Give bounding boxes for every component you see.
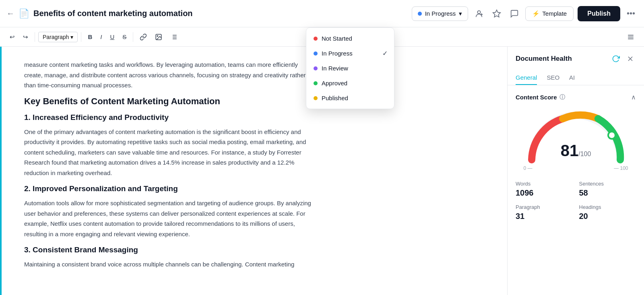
hamburger-menu-button[interactable]: [624, 31, 638, 43]
publish-label: Publish: [587, 10, 611, 17]
gauge-container: 81/100 0 — — 100: [516, 107, 636, 171]
svg-point-0: [478, 10, 481, 13]
redo-icon: ↪: [23, 33, 28, 41]
back-button[interactable]: ←: [6, 9, 14, 18]
panel-tabs: General SEO AI: [508, 71, 644, 85]
section3-paragraph: Maintaining a consistent brand voice acr…: [24, 259, 314, 270]
tab-general[interactable]: General: [516, 71, 537, 85]
section1-heading: 1. Increased Efficiency and Productivity: [24, 113, 314, 122]
paragraph-value: 31: [516, 212, 573, 221]
tab-seo[interactable]: SEO: [547, 71, 559, 85]
status-dropdown: Not Started In Progress ✓ In Review Appr…: [306, 27, 394, 109]
gauge-needle: [608, 132, 615, 139]
content-score-label: Content Score ⓘ: [516, 94, 565, 101]
redo-button[interactable]: ↪: [20, 31, 31, 43]
sentences-value: 58: [579, 188, 636, 198]
strikethrough-button[interactable]: S: [119, 31, 130, 43]
publish-button[interactable]: Publish: [578, 6, 620, 21]
svg-marker-3: [493, 10, 500, 17]
italic-icon: I: [100, 33, 102, 40]
content-score-text: Content Score: [516, 94, 557, 101]
stats-grid: Words 1096 Sentences 58 Paragraph 31 Hea…: [516, 181, 636, 221]
panel-body: Content Score ⓘ ∧: [508, 85, 644, 295]
approved-dot: [314, 81, 318, 85]
header-right: In Progress ▾ ⚡ Template Publish •••: [412, 6, 638, 21]
approved-label: Approved: [322, 80, 347, 87]
tab-ai[interactable]: AI: [569, 71, 575, 85]
status-option-published[interactable]: Published: [306, 91, 394, 105]
right-panel: Document Health General SEO AI Content S…: [507, 47, 644, 295]
section1-paragraph: One of the primary advantages of content…: [24, 127, 314, 178]
intro-paragraph: measure content marketing tasks and work…: [24, 60, 314, 91]
score-number: 81: [561, 142, 579, 159]
sentences-label: Sentences: [579, 181, 636, 187]
comment-button[interactable]: [508, 7, 521, 21]
section2-paragraph: Automation tools allow for more sophisti…: [24, 198, 314, 239]
words-label: Words: [516, 181, 573, 187]
strikethrough-icon: S: [122, 33, 126, 40]
section2-heading: 2. Improved Personalization and Targetin…: [24, 184, 314, 193]
in-review-label: In Review: [322, 65, 348, 72]
document-title: Benefits of content marketing automation: [33, 9, 193, 18]
toolbar-divider-2: [81, 32, 81, 42]
italic-button[interactable]: I: [97, 31, 105, 43]
paragraph-style-select[interactable]: Paragraph ▾: [38, 32, 78, 42]
status-dot: [418, 12, 422, 16]
underline-button[interactable]: U: [107, 31, 118, 43]
status-option-not-started[interactable]: Not Started: [306, 31, 394, 46]
paragraph-label: Paragraph: [43, 34, 69, 40]
editor-content: measure content marketing tasks and work…: [24, 60, 314, 270]
toolbar-divider-3: [133, 32, 133, 42]
chevron-up-icon[interactable]: ∧: [631, 93, 636, 101]
published-dot: [314, 96, 318, 100]
chevron-down-icon: ▾: [459, 10, 462, 17]
lightning-icon: ⚡: [532, 10, 540, 17]
status-option-approved[interactable]: Approved: [306, 76, 394, 91]
check-icon: ✓: [382, 50, 388, 57]
status-option-in-progress[interactable]: In Progress ✓: [306, 46, 394, 61]
link-button[interactable]: [136, 31, 150, 43]
status-dropdown-button[interactable]: In Progress ▾: [412, 6, 469, 21]
header-left: ← 📄 Benefits of content marketing automa…: [6, 8, 407, 19]
not-started-label: Not Started: [322, 35, 352, 42]
template-button[interactable]: ⚡ Template: [525, 6, 574, 21]
paragraph-label: Paragraph: [516, 204, 573, 210]
panel-header: Document Health: [508, 47, 644, 71]
svg-point-5: [157, 35, 158, 36]
chevron-down-icon: ▾: [70, 34, 73, 40]
in-progress-label: In Progress: [322, 50, 353, 57]
editor-area[interactable]: measure content marketing tasks and work…: [0, 47, 507, 295]
panel-title: Document Health: [516, 55, 607, 63]
headings-value: 20: [579, 212, 636, 221]
stat-words: Words 1096: [516, 181, 573, 198]
content-score-header: Content Score ⓘ ∧: [516, 93, 636, 101]
info-icon[interactable]: ⓘ: [559, 94, 565, 101]
stat-sentences: Sentences 58: [579, 181, 636, 198]
underline-icon: U: [110, 33, 114, 40]
refresh-button[interactable]: [610, 53, 621, 64]
in-progress-dot: [314, 52, 318, 56]
undo-button[interactable]: ↩: [6, 31, 18, 43]
gauge-labels: 0 — — 100: [524, 165, 628, 171]
header: ← 📄 Benefits of content marketing automa…: [0, 0, 644, 27]
stat-paragraph: Paragraph 31: [516, 204, 573, 221]
star-button[interactable]: [490, 7, 504, 21]
more-options-button[interactable]: •••: [624, 6, 638, 21]
bold-button[interactable]: B: [85, 31, 95, 43]
gauge-min-label: 0 —: [524, 165, 533, 171]
not-started-dot: [314, 37, 318, 41]
list-button[interactable]: [167, 31, 181, 43]
toolbar-divider-1: [35, 32, 35, 42]
status-option-in-review[interactable]: In Review: [306, 61, 394, 76]
undo-icon: ↩: [10, 33, 15, 41]
headings-label: Headings: [579, 204, 636, 210]
score-total: /100: [578, 151, 591, 157]
published-label: Published: [322, 95, 348, 101]
template-label: Template: [542, 10, 567, 17]
gauge-max-label: — 100: [614, 165, 628, 171]
status-label: In Progress: [425, 10, 456, 17]
stat-headings: Headings 20: [579, 204, 636, 221]
add-collaborator-button[interactable]: [472, 7, 486, 21]
image-button[interactable]: [152, 31, 165, 43]
close-panel-button[interactable]: [625, 53, 636, 64]
